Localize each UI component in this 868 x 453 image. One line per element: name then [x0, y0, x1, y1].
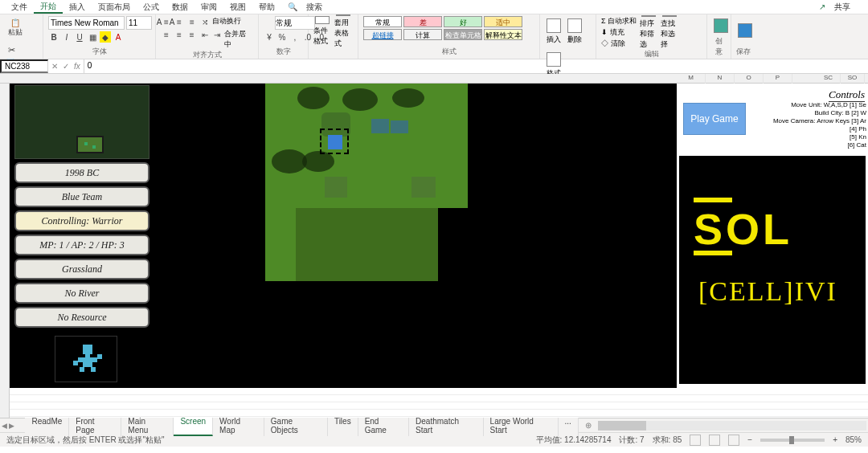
- align-top-icon[interactable]: ≡: [161, 16, 172, 27]
- fx-icon[interactable]: fx: [74, 62, 80, 71]
- font-name-select[interactable]: [48, 16, 125, 30]
- fill-color-button[interactable]: ◆: [100, 31, 111, 43]
- sheet-tab-game-objects[interactable]: Game Objects: [264, 415, 328, 436]
- menu-layout[interactable]: 页面布局: [92, 2, 137, 13]
- view-normal-icon[interactable]: [690, 435, 701, 446]
- align-right-icon[interactable]: ≡: [186, 29, 198, 40]
- sheet-tab-end-game[interactable]: End Game: [358, 415, 409, 436]
- align-mid-icon[interactable]: ≡: [174, 16, 185, 27]
- minimap[interactable]: [14, 85, 149, 159]
- zoom-slider[interactable]: [760, 439, 825, 442]
- border-button[interactable]: ▦: [87, 31, 98, 43]
- align-bot-icon[interactable]: ≡: [186, 16, 198, 27]
- autosum-button[interactable]: Σ 自动求和: [601, 16, 637, 27]
- cut-button[interactable]: ✂: [5, 43, 18, 56]
- river-box: No River: [14, 283, 149, 304]
- sheet-tab-readme[interactable]: ReadMe: [25, 415, 69, 436]
- controls-header: Controls: [829, 88, 865, 102]
- tab-next-icon[interactable]: ▶: [9, 422, 14, 430]
- menu-view[interactable]: 视图: [223, 2, 252, 13]
- indent-dec-icon[interactable]: ⇤: [199, 29, 211, 40]
- play-game-button[interactable]: Play Game: [683, 103, 746, 135]
- save-label: 保存: [736, 47, 751, 57]
- menu-formula[interactable]: 公式: [137, 2, 166, 13]
- sheet-tab-deathmatch-start[interactable]: Deathmatch Start: [409, 415, 484, 436]
- format-as-table-button[interactable]: 套用表格式: [334, 16, 352, 47]
- sheet-body: 1998 BC Blue Team Controlling: Warrior M…: [0, 84, 868, 418]
- merge-button[interactable]: 合并居中: [224, 29, 253, 50]
- menu-home[interactable]: 开始: [34, 1, 63, 14]
- currency-icon[interactable]: ¥: [264, 31, 275, 43]
- paste-button[interactable]: 📋粘贴: [5, 16, 26, 40]
- status-avg: 平均值: 12.14285714: [536, 435, 612, 446]
- sheet-tabs: ◀▶ ReadMeFront PageMain MenuScreenWorld …: [0, 418, 868, 432]
- unit-portrait: [55, 336, 117, 382]
- sheet-tab-front-page[interactable]: Front Page: [69, 415, 121, 436]
- enter-icon[interactable]: ✓: [63, 62, 69, 71]
- sheet-tab-tiles[interactable]: Tiles: [328, 415, 358, 436]
- style-note[interactable]: 解释性文本: [484, 29, 522, 40]
- style-check[interactable]: 检查单元格: [444, 29, 482, 40]
- conditional-format-button[interactable]: 条件格式: [313, 16, 331, 47]
- tab-prev-icon[interactable]: ◀: [2, 422, 7, 430]
- column-headers[interactable]: M N O P SC SO: [0, 74, 868, 84]
- style-neutral[interactable]: 适中: [484, 16, 522, 27]
- map-view[interactable]: [265, 84, 468, 281]
- menu-help[interactable]: 帮助: [252, 2, 281, 13]
- formula-input[interactable]: 0: [84, 59, 868, 73]
- sheet-tab-large-world-start[interactable]: Large World Start: [484, 415, 559, 436]
- style-normal[interactable]: 常规: [363, 16, 402, 27]
- save-button[interactable]: [736, 16, 754, 47]
- zoom-out-icon[interactable]: −: [747, 435, 752, 444]
- comma-icon[interactable]: ,: [289, 31, 301, 43]
- controlling-box: Controlling: Warrior: [14, 210, 149, 231]
- zoom-value[interactable]: 85%: [845, 435, 862, 444]
- insert-cells-button[interactable]: 插入: [545, 16, 563, 47]
- menu-insert[interactable]: 插入: [63, 2, 92, 13]
- wrap-text-button[interactable]: 自动换行: [212, 16, 241, 27]
- bold-button[interactable]: B: [48, 31, 59, 43]
- row-headers[interactable]: [0, 84, 10, 418]
- sheet-tab-screen[interactable]: Screen: [174, 415, 213, 436]
- zoom-in-icon[interactable]: +: [833, 435, 837, 444]
- view-break-icon[interactable]: [728, 435, 739, 446]
- right-panel: Play Game Controls Move Unit: W,A,S,D [1…: [677, 84, 868, 388]
- status-sum: 求和: 85: [653, 435, 682, 446]
- name-box[interactable]: [0, 59, 48, 73]
- sheet-tab-world-map[interactable]: World Map: [213, 415, 264, 436]
- align-left-icon[interactable]: ≡: [161, 29, 172, 40]
- underline-button[interactable]: U: [74, 31, 85, 43]
- style-bad[interactable]: 差: [403, 16, 442, 27]
- cancel-icon[interactable]: ✕: [51, 62, 58, 71]
- style-calc[interactable]: 计算: [403, 29, 442, 40]
- italic-button[interactable]: I: [61, 31, 72, 43]
- ideas-button[interactable]: [712, 16, 730, 36]
- style-good[interactable]: 好: [444, 16, 482, 27]
- indent-inc-icon[interactable]: ⇥: [212, 29, 223, 40]
- view-layout-icon[interactable]: [709, 435, 720, 446]
- menu-review[interactable]: 审阅: [194, 2, 223, 13]
- align-center-icon[interactable]: ≡: [174, 29, 185, 40]
- clear-button[interactable]: ◇ 清除: [601, 39, 637, 49]
- font-size-select[interactable]: [126, 16, 152, 30]
- add-sheet-button[interactable]: ⊕: [579, 421, 598, 430]
- selected-unit-frame[interactable]: [320, 129, 349, 154]
- menu-data[interactable]: 数据: [166, 2, 194, 13]
- sheet-tab-main-menu[interactable]: Main Menu: [121, 415, 174, 436]
- menu-file[interactable]: 文件: [5, 2, 34, 13]
- empty-grid[interactable]: [10, 388, 868, 418]
- fill-button[interactable]: ⬇ 填充: [601, 27, 637, 38]
- font-color-button[interactable]: A: [113, 31, 124, 43]
- status-count: 计数: 7: [619, 435, 644, 446]
- percent-icon[interactable]: %: [276, 31, 288, 43]
- find-select-button[interactable]: 查找和选择: [661, 18, 678, 48]
- share-button[interactable]: ↗ 共享: [813, 2, 863, 13]
- h-scrollbar[interactable]: [598, 421, 866, 431]
- sheet-tab-...[interactable]: ...: [559, 415, 579, 436]
- menu-search[interactable]: 🔍 搜索: [281, 2, 335, 13]
- style-link[interactable]: 超链接: [363, 29, 402, 40]
- delete-cells-button[interactable]: 删除: [566, 16, 583, 47]
- game-logo: SOL [CELL]IVI: [679, 156, 866, 384]
- orientation-icon[interactable]: ⤭: [199, 16, 211, 27]
- sort-filter-button[interactable]: 排序和筛选: [640, 18, 657, 48]
